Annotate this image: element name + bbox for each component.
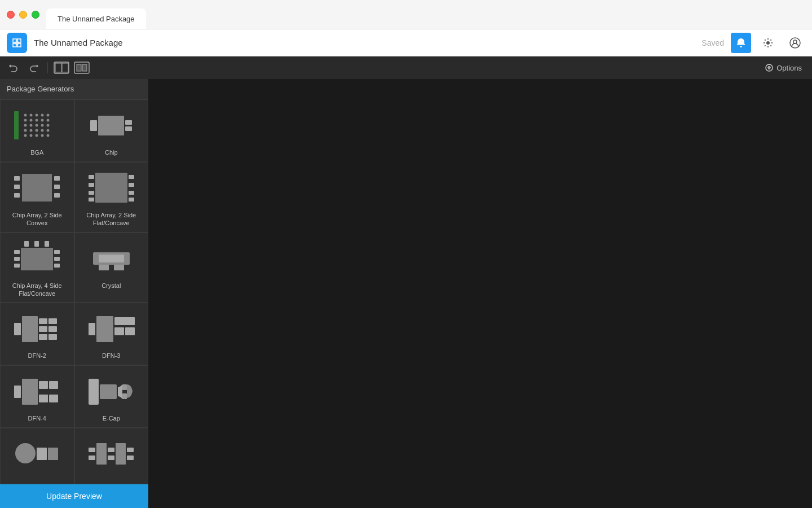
view-3d-icon (74, 62, 90, 74)
title-bar: The Unnamed Package (0, 0, 812, 29)
package-item-chip[interactable]: Chip (74, 99, 149, 162)
chip-array-2-convex-preview (9, 168, 65, 208)
svg-rect-71 (99, 255, 124, 262)
dfn4-preview (9, 371, 65, 411)
svg-rect-99 (48, 448, 58, 460)
package-item-11[interactable] (0, 428, 74, 484)
package-item-chip-array-4[interactable]: Chip Array, 4 Side Flat/Concave (0, 233, 74, 303)
svg-rect-68 (45, 241, 49, 247)
profile-button[interactable] (785, 33, 805, 53)
svg-rect-56 (129, 183, 134, 187)
svg-rect-77 (39, 326, 47, 332)
svg-rect-86 (125, 327, 135, 335)
package-item-dfn2[interactable]: DFN-2 (0, 303, 74, 365)
maximize-button[interactable] (32, 11, 39, 19)
dfn4-svg (13, 373, 61, 410)
svg-point-27 (36, 124, 38, 127)
svg-rect-48 (54, 185, 60, 189)
svg-rect-8 (77, 64, 81, 71)
bga-label: BGA (30, 148, 43, 156)
chip-preview (83, 106, 139, 145)
package-item-chip-array-2-convex[interactable]: Chip Array, 2 Side Convex (0, 162, 74, 233)
package-item-ecap[interactable]: E-Cap (74, 365, 149, 428)
svg-point-26 (30, 124, 33, 127)
active-tab[interactable]: The Unnamed Package (46, 8, 146, 29)
dfn3-preview (83, 309, 139, 348)
svg-rect-80 (48, 326, 57, 332)
view-2d-button[interactable] (52, 60, 70, 76)
package-item-bga[interactable]: BGA (0, 99, 74, 162)
crystal-svg (87, 240, 135, 277)
svg-rect-107 (127, 456, 134, 460)
item12-preview (83, 434, 139, 474)
svg-rect-46 (14, 193, 20, 198)
chip-array-2-flat-preview (83, 168, 139, 208)
svg-rect-85 (114, 327, 124, 335)
package-item-dfn3[interactable]: DFN-3 (74, 303, 149, 365)
crystal-preview (83, 239, 139, 278)
svg-rect-104 (108, 456, 114, 460)
svg-rect-93 (89, 379, 99, 405)
redo-button[interactable] (25, 60, 43, 76)
dfn3-label: DFN-3 (102, 352, 120, 360)
undo-icon (9, 63, 18, 72)
svg-rect-76 (39, 318, 47, 324)
svg-rect-78 (39, 334, 47, 340)
svg-rect-40 (98, 116, 124, 135)
options-icon (765, 64, 773, 72)
update-preview-button[interactable]: Update Preview (0, 484, 148, 508)
svg-rect-65 (54, 264, 60, 268)
view-3d-button[interactable] (73, 60, 91, 76)
notification-button[interactable] (731, 33, 751, 53)
saved-status: Saved (701, 38, 724, 47)
minimize-button[interactable] (19, 11, 27, 19)
dfn3-svg (87, 310, 135, 347)
item12-svg (87, 435, 135, 472)
package-item-crystal[interactable]: Crystal (74, 233, 149, 303)
sidebar-header: Package Generators (0, 79, 148, 99)
package-grid: BGA Chip (0, 99, 148, 484)
svg-rect-92 (49, 395, 58, 402)
svg-point-28 (41, 124, 44, 127)
svg-rect-79 (48, 318, 57, 324)
svg-rect-54 (89, 198, 94, 202)
svg-rect-67 (34, 241, 39, 247)
svg-rect-81 (48, 334, 57, 340)
svg-rect-45 (14, 185, 20, 189)
chip-label: Chip (105, 148, 118, 156)
options-label: Options (776, 64, 802, 72)
chip-array-4-svg (13, 240, 61, 277)
svg-point-17 (36, 114, 38, 117)
svg-point-24 (47, 119, 50, 122)
svg-rect-41 (90, 120, 97, 131)
view-2d-icon (54, 62, 69, 74)
options-button[interactable]: Options (760, 62, 807, 75)
svg-rect-51 (89, 175, 94, 179)
svg-point-21 (30, 119, 33, 122)
svg-rect-5 (55, 63, 61, 72)
svg-rect-66 (24, 241, 29, 247)
svg-point-32 (36, 129, 38, 132)
svg-rect-47 (54, 176, 60, 181)
svg-point-3 (793, 40, 797, 43)
app-title: The Unnamed Package (34, 38, 695, 47)
svg-point-16 (30, 114, 33, 117)
undo-button[interactable] (5, 60, 23, 76)
settings-button[interactable] (758, 33, 778, 53)
ecap-label: E-Cap (103, 414, 120, 422)
svg-rect-82 (89, 323, 95, 335)
header-right: Saved (701, 33, 805, 53)
settings-icon (762, 37, 774, 49)
svg-rect-44 (14, 176, 20, 181)
bga-preview-svg (13, 108, 61, 142)
svg-rect-63 (54, 250, 60, 254)
package-item-12[interactable] (74, 428, 149, 484)
package-item-chip-array-2-flat[interactable]: Chip Array, 2 Side Flat/Concave (74, 162, 149, 233)
item11-svg (13, 435, 61, 472)
close-button[interactable] (7, 11, 15, 19)
svg-rect-72 (99, 265, 109, 270)
sidebar: Package Generators (0, 79, 148, 508)
package-item-dfn4[interactable]: DFN-4 (0, 365, 74, 428)
chip-array-2-convex-svg (13, 169, 61, 206)
svg-rect-84 (114, 317, 135, 325)
